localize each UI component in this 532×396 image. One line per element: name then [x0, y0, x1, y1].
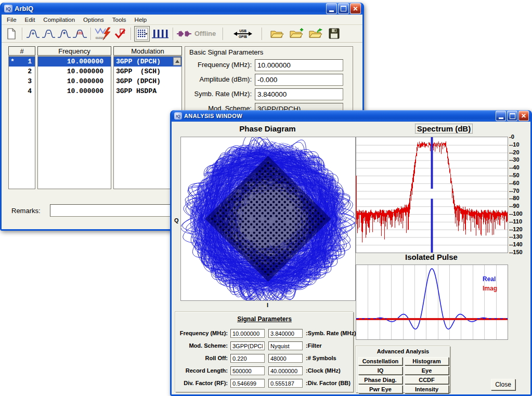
advanced-button-iq[interactable]: IQ: [358, 366, 403, 375]
table-row-frequency[interactable]: 10.000000: [38, 86, 111, 96]
waveform-grid-button[interactable]: [134, 26, 150, 42]
desktop: IQ ArbIQ ✕ FileEditCompilationOptionsToo…: [0, 0, 532, 396]
minimize-button[interactable]: [326, 3, 337, 14]
spectrum-plot: [356, 137, 508, 253]
menu-help[interactable]: Help: [131, 16, 151, 24]
folder-add-icon: [289, 28, 304, 39]
add-folder-button[interactable]: [289, 27, 304, 41]
table-row-modulation[interactable]: 3GPP HSDPA: [114, 86, 181, 96]
maximize-button[interactable]: [338, 3, 349, 14]
maximize-button[interactable]: [507, 111, 517, 121]
spectrum-tick-label: --30: [509, 156, 520, 163]
segment-add-button[interactable]: +: [25, 27, 40, 41]
table-row-frequency[interactable]: 10.000000: [38, 76, 111, 86]
sig-param-right-input[interactable]: [268, 354, 303, 363]
toolbar: + − * 101 010101: [2, 25, 362, 43]
menu-compilation[interactable]: Compilation: [39, 16, 79, 24]
basic-param-input[interactable]: [255, 74, 343, 86]
waveform-bars-button[interactable]: [151, 27, 170, 41]
advanced-button-pwr-eye[interactable]: Pwr Eye: [358, 385, 403, 393]
table-row-num[interactable]: 3: [9, 76, 35, 86]
table-row-num[interactable]: *1: [9, 57, 35, 67]
analysis-close-button[interactable]: Close: [491, 379, 515, 390]
sig-param-right-input[interactable]: [268, 341, 303, 350]
legend-imag: Imag: [483, 285, 497, 292]
usb-gpib-button[interactable]: USB GPIB: [233, 27, 253, 41]
segment-remove-button[interactable]: −: [41, 27, 56, 41]
compile-button[interactable]: 010101: [94, 27, 112, 41]
advanced-button-intensity[interactable]: Intensity: [405, 385, 449, 393]
analysis-titlebar[interactable]: IQ ANALYSIS WINDOW ✕: [172, 110, 530, 122]
table-row-modulation[interactable]: 3GPP (SCH): [114, 67, 181, 76]
maximize-icon: [341, 6, 346, 11]
spectrum-title: Spectrum (dB): [356, 124, 530, 134]
menu-edit[interactable]: Edit: [21, 16, 40, 24]
segment-edit-button[interactable]: *: [57, 27, 71, 41]
export-folder-button[interactable]: [308, 27, 323, 41]
sig-param-left-label: Mod. Scheme:: [176, 342, 228, 349]
remarks-label: Remarks:: [11, 207, 41, 215]
basic-param-input[interactable]: [255, 88, 343, 100]
table-row-modulation[interactable]: 3GPP (DPCH): [114, 57, 181, 67]
menu-tools[interactable]: Tools: [108, 16, 131, 24]
verify-button[interactable]: [113, 27, 127, 41]
minimize-button[interactable]: [496, 111, 506, 121]
analysis-window: IQ ANALYSIS WINDOW ✕ Phase Diagram Q I S…: [170, 110, 532, 396]
menu-options[interactable]: Options: [79, 16, 108, 24]
open-folder-button[interactable]: [270, 27, 284, 41]
sig-param-left-input[interactable]: [230, 341, 265, 350]
isolated-pulse-title: Isolated Pulse: [356, 253, 507, 261]
sig-param-right-input[interactable]: [268, 329, 303, 338]
sig-param-right-input[interactable]: [268, 366, 303, 375]
remarks-input[interactable]: [50, 204, 176, 217]
toolbar-separator: [173, 28, 173, 40]
column-header-modulation[interactable]: Modulation: [113, 46, 182, 56]
segment-edit-icon: *: [57, 28, 71, 39]
new-document-icon: [6, 28, 17, 40]
new-document-button[interactable]: [4, 27, 19, 41]
waveform-bars-icon: [151, 28, 170, 40]
table-row-num[interactable]: 2: [9, 67, 35, 76]
close-button[interactable]: ✕: [350, 3, 361, 14]
column-header-frequency[interactable]: Frequency: [37, 46, 111, 56]
svg-text:*: *: [63, 31, 66, 38]
segment-frequency-list[interactable]: 10.00000010.00000010.00000010.000000: [37, 56, 111, 189]
table-row-frequency[interactable]: 10.000000: [38, 57, 111, 67]
basic-param-input[interactable]: [255, 59, 343, 71]
advanced-button-ccdf[interactable]: CCDF: [405, 376, 449, 384]
sig-param-left-input[interactable]: [230, 329, 265, 338]
close-icon: ✕: [521, 113, 526, 119]
save-button[interactable]: [327, 27, 341, 41]
connection-button[interactable]: [176, 27, 192, 41]
sig-param-right-input[interactable]: [268, 379, 303, 388]
segment-digital-icon: 101: [72, 28, 87, 39]
table-row-modulation[interactable]: 3GPP (DPCH): [114, 76, 181, 86]
save-icon: [329, 28, 340, 39]
spectrum-tick-label: --130: [509, 233, 523, 240]
signal-parameters-panel: Signal Parameters Frequency (MHz)::Symb.…: [175, 312, 354, 392]
spectrum-tick-label: --110: [509, 218, 522, 225]
advanced-button-phase-diag[interactable]: Phase Diag.: [358, 376, 403, 384]
table-row-frequency[interactable]: 10.000000: [38, 67, 111, 76]
minimize-icon: [329, 10, 334, 12]
sig-param-left-input[interactable]: [230, 354, 265, 363]
spectrum-tick-label: --150: [509, 249, 523, 255]
spectrum-tick-label: -0: [509, 134, 514, 140]
spectrum-tick-label: --80: [509, 195, 520, 201]
advanced-button-eye[interactable]: Eye: [405, 366, 449, 375]
advanced-button-histogram[interactable]: Histogram: [405, 357, 449, 365]
arbiq-titlebar[interactable]: IQ ArbIQ ✕: [2, 3, 362, 15]
minimize-icon: [499, 117, 503, 119]
column-header-num[interactable]: #: [8, 46, 35, 56]
segment-digital-button[interactable]: 101: [72, 27, 87, 41]
sig-param-left-input[interactable]: [230, 366, 265, 375]
svg-text:−: −: [47, 30, 50, 36]
segment-remove-icon: −: [42, 28, 56, 39]
table-row-num[interactable]: 4: [9, 86, 35, 96]
advanced-button-constellation[interactable]: Constellation: [358, 357, 403, 365]
segment-number-list[interactable]: *1234: [8, 56, 35, 189]
scroll-up-button[interactable]: [173, 57, 181, 65]
close-button[interactable]: ✕: [518, 111, 529, 121]
sig-param-left-input[interactable]: [230, 379, 265, 388]
menu-file[interactable]: File: [3, 16, 21, 24]
